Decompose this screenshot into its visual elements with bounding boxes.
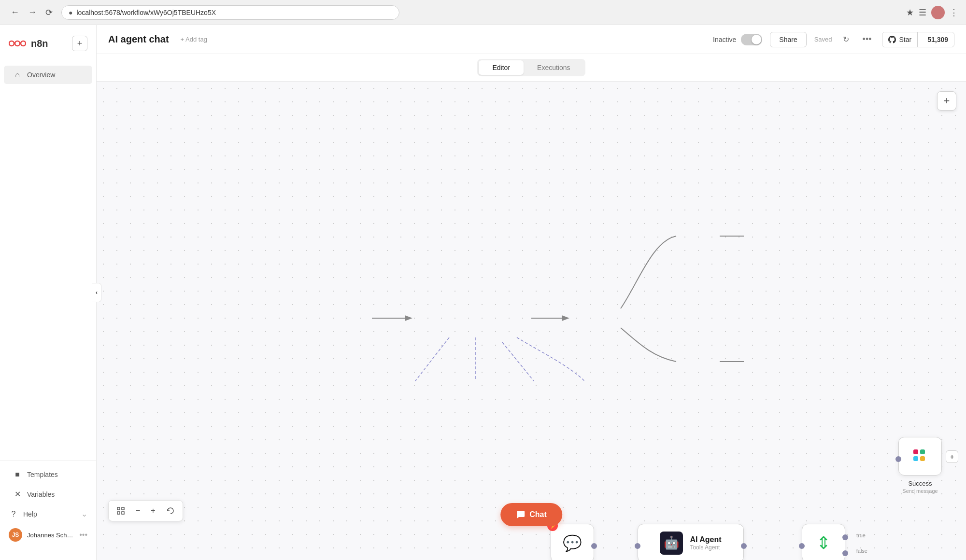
chat-label: Chat <box>529 510 547 519</box>
logo-group: n8n <box>9 38 48 49</box>
ai-agent-subtitle: Tools Agent <box>690 544 721 551</box>
output-dot <box>741 543 747 549</box>
svg-rect-31 <box>122 512 124 514</box>
inactive-label: Inactive <box>713 36 736 43</box>
if-icon: ⇕ <box>816 533 831 553</box>
svg-point-0 <box>9 41 14 46</box>
robot-icon: 🤖 <box>664 535 679 550</box>
when-chat-box[interactable]: ⚡ 💬 <box>551 524 594 560</box>
user-more-icon[interactable]: ••• <box>79 531 87 539</box>
extensions-button[interactable]: ☰ <box>919 7 926 18</box>
chat-icon <box>516 510 526 519</box>
output-dot <box>591 543 597 549</box>
avatar: JS <box>9 528 22 542</box>
reset-icon <box>166 506 175 515</box>
svg-point-2 <box>21 41 26 46</box>
if-box[interactable]: ⇕ <box>802 524 845 560</box>
logo-text: n8n <box>31 38 48 49</box>
if-node[interactable]: ⇕ If true false <box>802 524 845 560</box>
templates-label: Templates <box>27 471 58 478</box>
sidebar-item-help[interactable]: ? Help ⌄ <box>0 504 96 523</box>
help-icon: ? <box>9 510 18 518</box>
tab-executions[interactable]: Executions <box>524 60 583 75</box>
input-dot <box>635 543 640 549</box>
user-name: Johannes Schn... <box>27 532 74 539</box>
connections-svg <box>97 82 966 560</box>
star-button[interactable]: Star 51,309 <box>882 32 954 47</box>
sidebar-user[interactable]: JS Johannes Schn... ••• <box>0 523 96 546</box>
if-input-dot <box>799 543 805 549</box>
success-node[interactable]: Success Send message + <box>898 437 942 494</box>
tab-editor[interactable]: Editor <box>479 60 524 75</box>
svg-rect-12 <box>913 449 918 454</box>
help-label: Help <box>23 510 37 518</box>
n8n-logo-icon <box>9 38 26 49</box>
editor-tabs: Editor Executions <box>97 54 966 82</box>
sidebar-nav: ⌂ Overview <box>0 61 96 265</box>
refresh-button[interactable]: ⟳ <box>43 5 56 20</box>
add-tag-button[interactable]: + Add tag <box>177 34 211 45</box>
star-text: Star <box>899 36 911 43</box>
help-left: ? Help <box>9 510 37 518</box>
sidebar-collapse-button[interactable]: ‹ <box>92 283 101 302</box>
if-true-dot <box>842 534 848 540</box>
url-text: localhost:5678/workflow/xWy6Oj5TBEUHzo5X <box>76 9 216 16</box>
success-input-dot <box>895 456 901 462</box>
slack-icon <box>909 446 931 467</box>
add-node-button[interactable]: + <box>937 91 956 111</box>
collapse-icon: ‹ <box>96 289 98 296</box>
ai-agent-icon-bg: 🤖 <box>660 532 683 555</box>
fit-view-icon <box>116 506 125 515</box>
browser-chrome: ← → ⟳ ● localhost:5678/workflow/xWy6Oj5T… <box>0 0 966 25</box>
ai-agent-info: AI Agent Tools Agent <box>690 535 721 551</box>
sidebar: n8n + ⌂ Overview ■ Templates ✕ Variables… <box>0 25 97 560</box>
svg-line-9 <box>415 337 449 381</box>
overview-label: Overview <box>27 71 55 79</box>
forward-button[interactable]: → <box>25 5 40 19</box>
back-button[interactable]: ← <box>8 5 22 19</box>
variables-icon: ✕ <box>13 490 22 499</box>
ai-agent-node[interactable]: 🤖 AI Agent Tools Agent Chat Model * <box>638 524 744 560</box>
sidebar-item-variables[interactable]: ✕ Variables <box>4 485 92 504</box>
active-toggle[interactable] <box>741 34 762 45</box>
browser-actions: ★ ☰ ⋮ <box>906 6 958 19</box>
bookmark-button[interactable]: ★ <box>906 7 914 18</box>
workflow-canvas[interactable]: + <box>97 82 966 560</box>
reset-view-button[interactable] <box>162 504 179 518</box>
history-button[interactable]: ↻ <box>840 32 852 47</box>
home-icon: ⌂ <box>13 70 22 79</box>
svg-rect-30 <box>117 512 120 514</box>
success-add-button[interactable]: + <box>946 450 958 463</box>
zoom-out-button[interactable]: − <box>132 504 144 518</box>
chat-icon: 💬 <box>563 534 582 552</box>
canvas-toolbar: − + <box>108 500 183 521</box>
share-button[interactable]: Share <box>770 32 806 47</box>
templates-icon: ■ <box>13 470 22 479</box>
address-bar[interactable]: ● localhost:5678/workflow/xWy6Oj5TBEUHzo… <box>61 5 399 20</box>
toggle-knob <box>752 35 761 44</box>
when-chat-node[interactable]: ⚡ 💬 When chat messagereceived <box>551 524 594 560</box>
svg-rect-28 <box>117 507 120 510</box>
sidebar-bottom: ■ Templates ✕ Variables ? Help ⌄ JS Joha… <box>0 460 96 554</box>
false-label: false <box>856 548 867 554</box>
success-label: Success <box>908 479 932 488</box>
profile-avatar[interactable] <box>931 6 945 19</box>
menu-button[interactable]: ⋮ <box>950 7 958 18</box>
browser-nav: ← → ⟳ <box>8 5 56 20</box>
svg-line-11 <box>502 342 534 381</box>
sidebar-item-templates[interactable]: ■ Templates <box>4 465 92 484</box>
chat-button[interactable]: Chat <box>500 503 562 526</box>
add-workflow-button[interactable]: + <box>72 36 87 51</box>
toolbar: AI agent chat + Add tag Inactive Share S… <box>97 25 966 54</box>
sidebar-item-overview[interactable]: ⌂ Overview <box>4 66 92 84</box>
variables-label: Variables <box>27 490 55 498</box>
fit-view-button[interactable] <box>113 504 129 518</box>
svg-rect-14 <box>920 449 925 454</box>
more-button[interactable]: ••• <box>860 31 875 47</box>
zoom-in-button[interactable]: + <box>147 504 159 518</box>
github-icon <box>888 36 896 43</box>
success-slack-box[interactable] <box>898 437 942 476</box>
ai-agent-box[interactable]: 🤖 AI Agent Tools Agent <box>638 524 744 560</box>
success-sublabel: Send message <box>902 488 938 494</box>
star-label: Star <box>882 32 918 47</box>
